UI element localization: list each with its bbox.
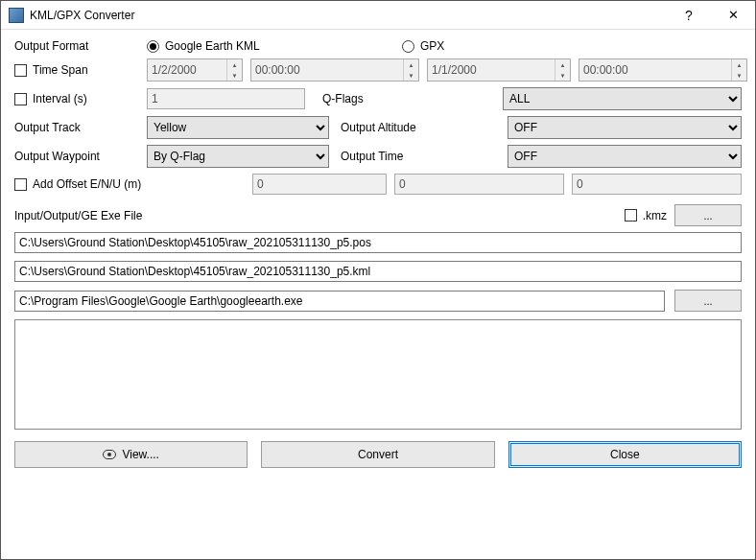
convert-button-label: Convert [358,448,398,461]
checkbox-box-icon [14,178,27,191]
offset-e-input[interactable] [252,174,387,195]
interval-label: Interval (s) [33,92,87,105]
interval-input[interactable] [147,88,305,109]
help-button[interactable]: ? [667,1,711,30]
output-track-label: Output Track [14,121,139,134]
radio-gpx-label: GPX [420,39,444,53]
checkbox-box-icon [14,64,27,77]
time-end-input[interactable] [579,59,731,81]
output-format-label: Output Format [14,39,139,53]
qflags-select[interactable]: ALL [503,87,742,110]
kmz-checkbox[interactable]: .kmz [625,209,667,222]
log-output-area [14,319,742,430]
timespan-checkbox[interactable]: Time Span [14,63,139,77]
checkbox-box-icon [14,93,27,105]
add-offset-checkbox[interactable]: Add Offset E/N/U (m) [14,177,245,191]
time-end-spinner[interactable]: ▲▼ [579,58,747,82]
date-start-spinner[interactable]: ▲▼ [147,58,243,82]
timespan-label: Time Span [33,63,88,77]
close-window-button[interactable]: ✕ [711,1,755,30]
qflags-label: Q-Flags [313,92,495,105]
radio-kml-label: Google Earth KML [165,39,260,53]
date-start-input[interactable] [148,59,226,81]
spinner-arrows-icon[interactable]: ▲▼ [731,59,746,81]
output-time-select[interactable]: OFF [508,145,742,168]
spinner-arrows-icon[interactable]: ▲▼ [403,59,418,81]
view-button[interactable]: View.... [14,441,248,468]
input-path-field[interactable] [14,232,742,253]
output-time-label: Output Time [337,150,500,163]
spinner-arrows-icon[interactable]: ▲▼ [555,59,570,81]
ge-exe-path-field[interactable] [14,291,665,312]
radio-dot-icon [147,40,159,53]
input-browse-button[interactable]: ... [674,204,742,226]
interval-checkbox[interactable]: Interval (s) [14,92,139,105]
output-altitude-select[interactable]: OFF [508,116,742,139]
spinner-arrows-icon[interactable]: ▲▼ [226,59,242,81]
output-track-select[interactable]: Yellow [147,116,329,139]
offset-u-input[interactable] [572,174,742,195]
checkbox-box-icon [625,209,637,222]
offset-n-input[interactable] [394,174,564,195]
output-altitude-label: Output Altitude [337,121,500,134]
ge-exe-browse-button[interactable]: ... [674,290,742,312]
output-waypoint-select[interactable]: By Q-Flag [147,145,329,168]
date-end-input[interactable] [428,59,555,81]
window-title: KML/GPX Converter [30,9,134,22]
radio-kml[interactable]: Google Earth KML [147,39,339,53]
time-start-spinner[interactable]: ▲▼ [250,58,419,82]
eye-icon [103,450,116,459]
close-button-label: Close [610,448,640,461]
app-icon [9,8,24,23]
radio-circle-icon [402,40,414,53]
kmz-label: .kmz [643,209,667,222]
output-waypoint-label: Output Waypoint [14,150,139,163]
add-offset-label: Add Offset E/N/U (m) [33,177,141,191]
date-end-spinner[interactable]: ▲▼ [427,58,571,82]
time-start-input[interactable] [251,59,403,81]
view-button-label: View.... [122,448,158,461]
titlebar: KML/GPX Converter ? ✕ [1,1,755,30]
close-button[interactable]: Close [508,441,742,468]
output-path-field[interactable] [14,261,742,282]
io-section-label: Input/Output/GE Exe File [14,209,617,222]
convert-button[interactable]: Convert [261,441,494,468]
radio-gpx[interactable]: GPX [402,39,444,53]
